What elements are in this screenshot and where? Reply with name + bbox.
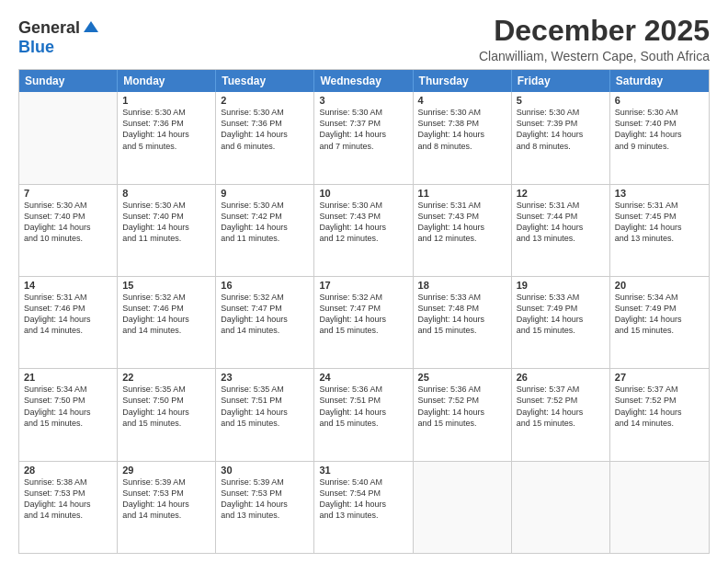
- cell-empty-1: [19, 92, 118, 183]
- cell-dec-4: 4 Sunrise: 5:30 AMSunset: 7:38 PMDayligh…: [414, 92, 512, 183]
- month-title: December 2025: [479, 15, 710, 47]
- logo-icon: [82, 19, 100, 38]
- cell-dec-15: 15 Sunrise: 5:32 AMSunset: 7:46 PMDaylig…: [118, 277, 216, 368]
- cell-dec-7: 7 Sunrise: 5:30 AMSunset: 7:40 PMDayligh…: [19, 185, 118, 276]
- cell-dec-21: 21 Sunrise: 5:34 AMSunset: 7:50 PMDaylig…: [19, 369, 118, 460]
- subtitle: Clanwilliam, Western Cape, South Africa: [479, 49, 710, 63]
- logo: General Blue: [18, 18, 100, 57]
- calendar: Sunday Monday Tuesday Wednesday Thursday…: [18, 69, 710, 554]
- header-friday: Friday: [512, 70, 610, 92]
- cell-dec-20: 20 Sunrise: 5:34 AMSunset: 7:49 PMDaylig…: [610, 277, 709, 368]
- cell-dec-9: 9 Sunrise: 5:30 AMSunset: 7:42 PMDayligh…: [216, 185, 314, 276]
- cell-dec-25: 25 Sunrise: 5:36 AMSunset: 7:52 PMDaylig…: [414, 369, 512, 460]
- cell-dec-10: 10 Sunrise: 5:30 AMSunset: 7:43 PMDaylig…: [314, 185, 413, 276]
- cell-dec-14: 14 Sunrise: 5:31 AMSunset: 7:46 PMDaylig…: [19, 277, 118, 368]
- header-thursday: Thursday: [414, 70, 512, 92]
- week-row-5: 28 Sunrise: 5:38 AMSunset: 7:53 PMDaylig…: [19, 461, 709, 553]
- cell-dec-16: 16 Sunrise: 5:32 AMSunset: 7:47 PMDaylig…: [216, 277, 314, 368]
- cell-dec-22: 22 Sunrise: 5:35 AMSunset: 7:50 PMDaylig…: [118, 369, 216, 460]
- header-monday: Monday: [118, 70, 216, 92]
- week-row-3: 14 Sunrise: 5:31 AMSunset: 7:46 PMDaylig…: [19, 276, 709, 368]
- cell-dec-12: 12 Sunrise: 5:31 AMSunset: 7:44 PMDaylig…: [512, 185, 610, 276]
- header-sunday: Sunday: [19, 70, 118, 92]
- cell-dec-29: 29 Sunrise: 5:39 AMSunset: 7:53 PMDaylig…: [118, 462, 216, 553]
- cell-dec-18: 18 Sunrise: 5:33 AMSunset: 7:48 PMDaylig…: [414, 277, 512, 368]
- cell-dec-13: 13 Sunrise: 5:31 AMSunset: 7:45 PMDaylig…: [610, 185, 709, 276]
- cell-dec-23: 23 Sunrise: 5:35 AMSunset: 7:51 PMDaylig…: [216, 369, 314, 460]
- week-row-1: 1 Sunrise: 5:30 AMSunset: 7:36 PMDayligh…: [19, 92, 709, 183]
- title-block: December 2025 Clanwilliam, Western Cape,…: [479, 15, 710, 63]
- cell-dec-28: 28 Sunrise: 5:38 AMSunset: 7:53 PMDaylig…: [19, 462, 118, 553]
- cell-dec-30: 30 Sunrise: 5:39 AMSunset: 7:53 PMDaylig…: [216, 462, 314, 553]
- cell-dec-19: 19 Sunrise: 5:33 AMSunset: 7:49 PMDaylig…: [512, 277, 610, 368]
- cell-dec-27: 27 Sunrise: 5:37 AMSunset: 7:52 PMDaylig…: [610, 369, 709, 460]
- cell-dec-17: 17 Sunrise: 5:32 AMSunset: 7:47 PMDaylig…: [314, 277, 413, 368]
- cell-dec-2: 2 Sunrise: 5:30 AMSunset: 7:36 PMDayligh…: [216, 92, 314, 183]
- week-row-4: 21 Sunrise: 5:34 AMSunset: 7:50 PMDaylig…: [19, 368, 709, 460]
- cell-dec-1: 1 Sunrise: 5:30 AMSunset: 7:36 PMDayligh…: [118, 92, 216, 183]
- cell-dec-6: 6 Sunrise: 5:30 AMSunset: 7:40 PMDayligh…: [610, 92, 709, 183]
- header: General Blue December 2025 Clanwilliam, …: [18, 15, 710, 63]
- cell-dec-26: 26 Sunrise: 5:37 AMSunset: 7:52 PMDaylig…: [512, 369, 610, 460]
- header-tuesday: Tuesday: [216, 70, 314, 92]
- header-saturday: Saturday: [610, 70, 709, 92]
- week-row-2: 7 Sunrise: 5:30 AMSunset: 7:40 PMDayligh…: [19, 184, 709, 276]
- logo-general: General: [18, 18, 80, 38]
- calendar-body: 1 Sunrise: 5:30 AMSunset: 7:36 PMDayligh…: [19, 92, 709, 553]
- cell-dec-3: 3 Sunrise: 5:30 AMSunset: 7:37 PMDayligh…: [314, 92, 413, 183]
- header-wednesday: Wednesday: [314, 70, 413, 92]
- cell-empty-2: [414, 462, 512, 553]
- cell-dec-8: 8 Sunrise: 5:30 AMSunset: 7:40 PMDayligh…: [118, 185, 216, 276]
- logo-blue: Blue: [18, 38, 54, 56]
- cell-empty-3: [512, 462, 610, 553]
- cell-dec-31: 31 Sunrise: 5:40 AMSunset: 7:54 PMDaylig…: [314, 462, 413, 553]
- page: General Blue December 2025 Clanwilliam, …: [0, 0, 728, 563]
- cell-empty-4: [610, 462, 709, 553]
- cell-dec-24: 24 Sunrise: 5:36 AMSunset: 7:51 PMDaylig…: [314, 369, 413, 460]
- cell-dec-5: 5 Sunrise: 5:30 AMSunset: 7:39 PMDayligh…: [512, 92, 610, 183]
- cell-dec-11: 11 Sunrise: 5:31 AMSunset: 7:43 PMDaylig…: [414, 185, 512, 276]
- svg-marker-0: [84, 21, 98, 32]
- calendar-header: Sunday Monday Tuesday Wednesday Thursday…: [19, 70, 709, 92]
